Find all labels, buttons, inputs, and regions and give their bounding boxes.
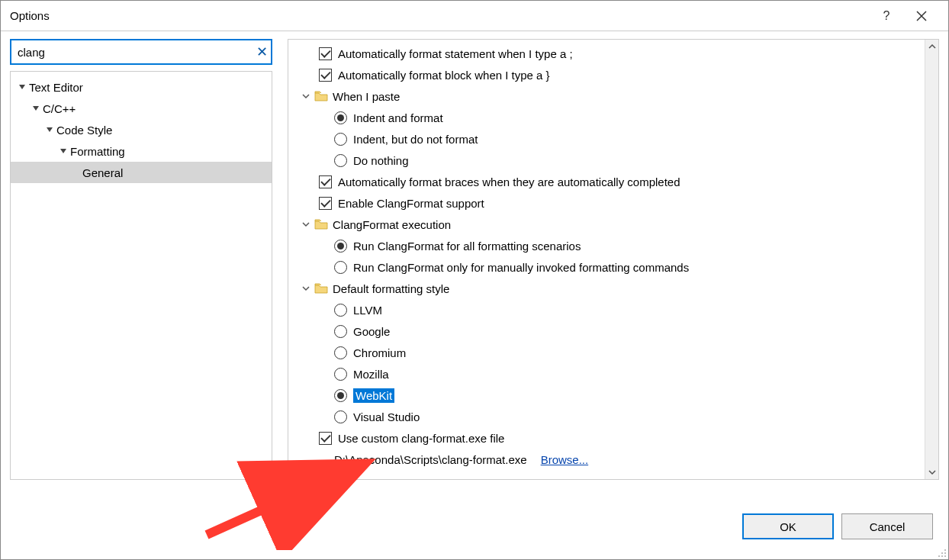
chevron-down-icon (301, 283, 311, 294)
search-input[interactable] (10, 39, 272, 65)
expand-arrow-icon (17, 82, 27, 92)
scroll-down-icon[interactable] (925, 465, 938, 479)
option-cf-run-manual[interactable]: Run ClangFormat only for manually invoke… (288, 256, 925, 278)
option-auto-format-statement[interactable]: Automatically format statement when I ty… (288, 43, 925, 64)
option-auto-format-block[interactable]: Automatically format block when I type a… (288, 64, 925, 85)
folder-icon (314, 283, 328, 294)
radio-icon[interactable] (334, 111, 347, 124)
radio-icon[interactable] (334, 261, 347, 274)
close-button[interactable] (904, 1, 939, 31)
tree-item-general[interactable]: General (11, 162, 272, 183)
option-paste-nothing[interactable]: Do nothing (288, 150, 925, 171)
option-auto-format-braces[interactable]: Automatically format braces when they ar… (288, 171, 925, 192)
ok-button[interactable]: OK (742, 513, 834, 539)
option-paste-indent-only[interactable]: Indent, but do not format (288, 128, 925, 150)
dialog-footer: OK Cancel (1, 494, 948, 559)
radio-icon[interactable] (334, 325, 347, 338)
expand-arrow-icon (58, 146, 69, 156)
help-button[interactable]: ? (869, 1, 904, 31)
custom-exe-path-row: D:\Anaconda\Scripts\clang-format.exe Bro… (288, 449, 925, 470)
radio-icon[interactable] (334, 154, 347, 167)
checkbox-icon[interactable] (319, 432, 332, 445)
checkbox-icon[interactable] (319, 69, 332, 82)
checkbox-icon[interactable] (319, 197, 332, 210)
option-style-google[interactable]: Google (288, 320, 925, 342)
option-cf-run-all[interactable]: Run ClangFormat for all formatting scena… (288, 235, 925, 256)
group-clangformat-execution[interactable]: ClangFormat execution (288, 214, 925, 235)
titlebar: Options ? (1, 1, 948, 31)
browse-link[interactable]: Browse... (541, 453, 589, 466)
chevron-down-icon (301, 219, 311, 230)
group-default-style[interactable]: Default formatting style (288, 278, 925, 299)
group-when-paste[interactable]: When I paste (288, 85, 925, 107)
chevron-down-icon (301, 91, 311, 101)
tree-item-code-style[interactable]: Code Style (11, 119, 272, 140)
option-style-chromium[interactable]: Chromium (288, 342, 925, 363)
svg-point-0 (944, 549, 946, 551)
checkbox-icon[interactable] (319, 175, 332, 188)
svg-point-2 (944, 552, 946, 554)
option-style-llvm[interactable]: LLVM (288, 299, 925, 320)
option-style-webkit[interactable]: WebKit (288, 385, 925, 406)
window-title: Options (10, 9, 869, 22)
resize-grip-icon[interactable] (936, 547, 947, 558)
search-clear-icon[interactable]: ✕ (256, 43, 268, 60)
search-wrap: ✕ (10, 39, 272, 65)
options-panel: Automatically format statement when I ty… (288, 40, 925, 479)
radio-icon[interactable] (334, 368, 347, 381)
option-enable-clangformat[interactable]: Enable ClangFormat support (288, 192, 925, 214)
option-paste-indent-format[interactable]: Indent and format (288, 107, 925, 128)
radio-icon[interactable] (334, 346, 347, 359)
cancel-button[interactable]: Cancel (841, 513, 933, 539)
svg-point-5 (944, 555, 946, 557)
radio-icon[interactable] (334, 389, 347, 402)
tree-item-c-cpp[interactable]: C/C++ (11, 98, 272, 119)
tree-item-formatting[interactable]: Formatting (11, 140, 272, 162)
expand-arrow-icon (31, 103, 41, 114)
svg-point-4 (941, 555, 943, 557)
tree-item-text-editor[interactable]: Text Editor (11, 76, 272, 98)
custom-exe-path: D:\Anaconda\Scripts\clang-format.exe (334, 453, 527, 466)
svg-point-3 (938, 555, 940, 557)
folder-icon (314, 91, 328, 101)
options-tree[interactable]: Text Editor C/C++ Code Style Formatting … (10, 71, 272, 480)
vertical-scrollbar[interactable] (925, 40, 938, 479)
radio-icon[interactable] (334, 410, 347, 423)
option-use-custom-exe[interactable]: Use custom clang-format.exe file (288, 427, 925, 449)
radio-icon[interactable] (334, 133, 347, 146)
option-style-vs[interactable]: Visual Studio (288, 406, 925, 427)
close-icon (916, 11, 927, 21)
radio-icon[interactable] (334, 304, 347, 317)
option-style-mozilla[interactable]: Mozilla (288, 363, 925, 385)
radio-icon[interactable] (334, 240, 347, 253)
scroll-up-icon[interactable] (925, 40, 938, 53)
folder-icon (314, 219, 328, 230)
svg-point-1 (941, 552, 943, 554)
expand-arrow-icon (44, 124, 55, 135)
checkbox-icon[interactable] (319, 47, 332, 60)
